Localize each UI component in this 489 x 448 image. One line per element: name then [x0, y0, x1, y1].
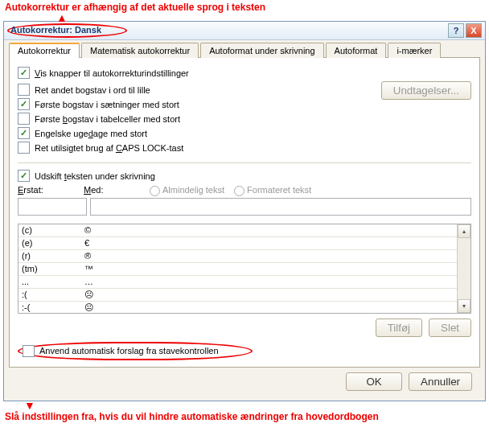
cb-capslock[interactable] — [18, 142, 30, 154]
annotation-top: Autokorrektur er afhængig af det aktuell… — [0, 0, 489, 14]
delete-button[interactable]: Slet — [429, 319, 471, 337]
titlebar: Autokorrektur: Dansk ? X — [4, 22, 485, 40]
ok-button[interactable]: OK — [346, 372, 402, 391]
table-row: ...… — [18, 276, 457, 289]
cb-second-letter[interactable] — [18, 84, 30, 96]
radio-formatted-icon — [234, 186, 244, 196]
cb-capslock-label: Ret utilsigtet brug af CAPS LOCK-tast — [35, 143, 183, 153]
tab-autoformat[interactable]: Autoformat — [326, 43, 387, 58]
cb-sentence-cap-label: Første bogstav i sætninger med stort — [35, 100, 179, 109]
cb-replace-typing[interactable] — [18, 170, 30, 182]
table-row: :-(☹ — [18, 302, 457, 313]
scrollbar[interactable]: ▴ ▾ — [457, 224, 471, 313]
radio-formatted: Formateret tekst — [234, 185, 311, 196]
close-button[interactable]: X — [466, 23, 482, 38]
scroll-up-icon[interactable]: ▴ — [458, 224, 471, 238]
cb-table-cap-label: Første bogstav i tabelceller med stort — [35, 114, 180, 124]
dialog-title: Autokorrektur: Dansk — [7, 23, 127, 38]
tab-autokorrektur[interactable]: Autokorrektur — [9, 43, 80, 58]
tab-smarttags[interactable]: i-mærker — [388, 43, 441, 58]
table-row: (r)® — [18, 250, 457, 263]
tab-panel: Vis knapper til autokorrekturindstilling… — [9, 58, 480, 368]
cb-table-cap[interactable] — [18, 113, 30, 125]
cb-second-letter-label: Ret andet bogstav i ord til lille — [35, 85, 150, 95]
radio-plain: Almindelig tekst — [150, 185, 224, 196]
exceptions-button[interactable]: Undtagelser... — [381, 81, 471, 100]
cb-spellcheck-suggest[interactable] — [23, 345, 35, 357]
help-button[interactable]: ? — [448, 23, 464, 38]
replace-label: Erstat: — [18, 185, 74, 196]
cb-weekdays[interactable] — [18, 127, 30, 139]
tab-math[interactable]: Matematisk autokorrektur — [81, 43, 199, 58]
cancel-button[interactable]: Annuller — [409, 372, 472, 391]
table-row: (tm)™ — [18, 263, 457, 276]
with-label: Med: — [84, 185, 140, 196]
tab-autoformat-typing[interactable]: Autoformat under skrivning — [200, 43, 323, 58]
cb-spellcheck-suggest-label: Anvend automatisk forslag fra stavekontr… — [39, 346, 219, 356]
with-input[interactable] — [90, 198, 471, 216]
radio-plain-icon — [150, 186, 160, 196]
cb-replace-typing-label: Udskift teksten under skrivning — [35, 171, 155, 181]
replace-input[interactable] — [18, 198, 87, 216]
replace-table[interactable]: (c)© (e)€ (r)® (tm)™ ...… :(☹ :-(☹ ▴ ▾ — [18, 224, 471, 314]
arrow-down-icon: ▲ — [0, 14, 489, 21]
cb-show-buttons-label: Vis knapper til autokorrekturindstilling… — [35, 68, 189, 78]
table-row: (e)€ — [18, 237, 457, 250]
cb-sentence-cap[interactable] — [18, 98, 30, 110]
tab-strip: Autokorrektur Matematisk autokorrektur A… — [9, 42, 480, 58]
table-row: (c)© — [18, 224, 457, 237]
annotation-bottom: Slå indstillingen fra, hvis du vil hindr… — [0, 409, 489, 424]
cb-show-buttons[interactable] — [18, 67, 30, 79]
table-row: :(☹ — [18, 289, 457, 302]
add-button[interactable]: Tilføj — [376, 319, 422, 337]
autocorrect-dialog: Autokorrektur: Dansk ? X Autokorrektur M… — [3, 21, 486, 401]
cb-weekdays-label: Engelske ugedage med stort — [35, 129, 147, 138]
arrow-up-icon: ▼ — [0, 401, 489, 409]
scroll-down-icon[interactable]: ▾ — [458, 299, 471, 313]
